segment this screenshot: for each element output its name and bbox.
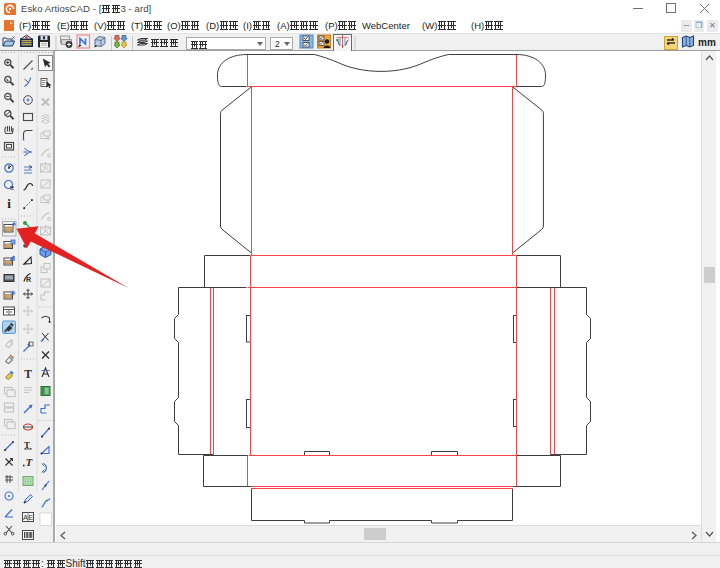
svg-text:T: T	[24, 440, 30, 450]
svg-text:A: A	[23, 513, 28, 522]
svg-text:R: R	[26, 276, 31, 283]
svg-text:i: i	[7, 196, 11, 211]
svg-text:T: T	[26, 457, 33, 468]
svg-text:T: T	[24, 368, 32, 380]
svg-text:E: E	[28, 513, 33, 522]
